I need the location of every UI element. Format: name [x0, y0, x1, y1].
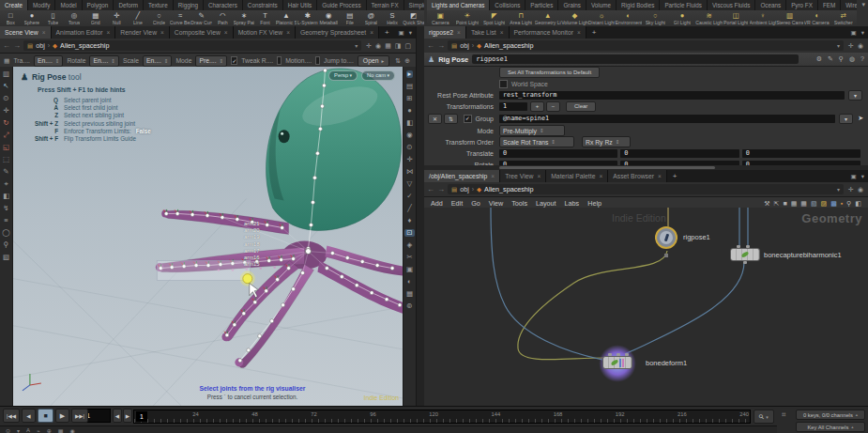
pathbar-icon[interactable]: ✛ [848, 186, 854, 193]
shelf-tool[interactable]: ⊓Area Light [508, 10, 535, 26]
display-option-icon[interactable]: ✂ [406, 254, 412, 261]
tool-icon[interactable]: ◧ [3, 193, 9, 200]
shelf-tool[interactable]: ✱L-System [297, 10, 318, 26]
clear-button[interactable]: Clear [566, 101, 596, 112]
multiparm-button[interactable]: ✕ [428, 114, 442, 124]
playbar-option-icon[interactable]: ⊙ [6, 427, 10, 433]
param-header-icon[interactable]: ⚙ [816, 55, 822, 63]
pane-tab[interactable]: Composite View [170, 26, 234, 39]
joint-label[interactable]: arm15 [244, 261, 259, 268]
playbar-option-icon[interactable]: ⌁ [37, 427, 40, 433]
mode-dropdown[interactable]: Pre.... [195, 55, 227, 67]
display-option-icon[interactable]: ◈ [407, 241, 413, 249]
network-toolbar-icon[interactable]: ▩ [830, 200, 837, 208]
pathbar-icon[interactable]: ✛ [366, 42, 372, 50]
close-icon[interactable] [537, 173, 541, 179]
pane-tab[interactable]: Asset Browser [608, 170, 667, 182]
shelf-tab[interactable]: Collisions [490, 0, 525, 10]
add-tab-button[interactable]: + [673, 172, 678, 180]
pathbar-icon[interactable]: ▦ [385, 42, 391, 50]
open-button[interactable]: Open [358, 55, 389, 67]
menu-item[interactable]: Tools [511, 199, 527, 208]
tool-icon[interactable]: ↖ [3, 83, 8, 90]
shelf-tool[interactable]: ▲Geometry Light [535, 10, 562, 26]
pane-tab[interactable]: Take List [466, 26, 510, 39]
shelf-tool[interactable]: ▤File [340, 10, 361, 26]
multiparm-button[interactable]: ⇅ [444, 114, 458, 124]
input-stub[interactable] [737, 245, 740, 248]
pathbar-icon[interactable]: ✛ [848, 42, 854, 50]
path-root[interactable]: obj [460, 185, 469, 193]
add-transform-button[interactable]: + [530, 101, 544, 112]
path-field[interactable]: ▤ obj › ◆ Alien_spaceship ▾ [23, 40, 361, 51]
shelf-tool[interactable]: ◖VR Camera [803, 10, 830, 26]
shelf-tool[interactable]: ▣Camera [427, 10, 454, 26]
menu-item[interactable]: Add [431, 199, 443, 208]
shelf-tool[interactable]: ▲Platonic Solids [276, 10, 297, 26]
display-option-icon[interactable]: ⊙ [406, 144, 412, 151]
shelf-tool[interactable]: ∗Spray Paint [234, 10, 255, 26]
display-option-icon[interactable]: ✛ [406, 156, 412, 163]
shelf-tool[interactable]: ▥Stereo Camera [776, 10, 803, 26]
shelf-tool[interactable]: ◩Quick Shapes [403, 10, 424, 26]
back-icon[interactable]: ← [3, 39, 10, 53]
pane-tab[interactable]: Scene View [0, 26, 52, 39]
pane-tab[interactable]: rigpose2 [424, 26, 466, 39]
shelf-tool[interactable]: ╱Line [128, 10, 149, 26]
tool-icon[interactable]: ▧ [3, 254, 9, 261]
shelf-tab[interactable]: Modify [28, 0, 56, 10]
node-label[interactable]: rigpose1 [683, 233, 710, 241]
close-icon[interactable] [42, 29, 46, 36]
network-editor[interactable]: Indie Edition Geometry rigpose1 bonecapt… [424, 208, 868, 406]
play-button[interactable]: ▶ [55, 409, 69, 423]
pane-tab[interactable]: Tree View [500, 170, 546, 182]
param-header-icon[interactable]: ◍ [849, 55, 855, 63]
shelf-tool[interactable]: ✎Draw Curve [190, 10, 212, 26]
pane-menu-icon[interactable]: ▣ [399, 29, 404, 37]
jump-checkbox[interactable] [315, 56, 320, 65]
tool-icon[interactable]: ⚲ [4, 241, 9, 249]
shelf-tool[interactable]: ✛Null [106, 10, 128, 26]
shelf-tab[interactable]: Texture [144, 0, 174, 10]
close-icon[interactable] [491, 173, 495, 179]
pane-tab[interactable]: /obj/Alien_spaceship [424, 170, 500, 182]
next-key-button[interactable]: ▶ [123, 409, 132, 423]
shelf-tab[interactable]: Volume [586, 0, 617, 10]
close-icon[interactable] [599, 173, 602, 179]
go-to-end-button[interactable]: ▶▶| [71, 409, 88, 423]
pane-tab[interactable]: Geometry Spreadsheet [296, 26, 379, 39]
network-toolbar-icon[interactable]: ⚲ [846, 200, 851, 208]
input-stub[interactable] [746, 245, 750, 248]
shelf-tab[interactable]: Pyro FX [786, 0, 818, 10]
tool-icon[interactable]: ✎ [3, 168, 8, 176]
shelf-tab[interactable]: Simple FX [404, 0, 424, 10]
shelf-tool[interactable]: ◎Torus [64, 10, 85, 26]
group-enable-checkbox[interactable] [464, 115, 472, 123]
shelf-tool[interactable]: ≋Caustic Light [695, 10, 723, 26]
shelf-tab[interactable]: Grains [558, 0, 586, 10]
mode-dropdown[interactable]: Pre-Multiply [499, 125, 565, 136]
shelf-tab[interactable]: Characters [204, 0, 243, 10]
close-icon[interactable] [106, 29, 110, 36]
menu-item[interactable]: View [489, 199, 503, 208]
shelf-tab[interactable]: Constraints [243, 0, 283, 10]
camera-badge[interactable]: No cam [361, 70, 395, 81]
motion-checkbox[interactable] [277, 56, 282, 65]
shelf-tool[interactable]: ▦Grid [84, 10, 106, 26]
node-bonecapturebiharmonic1[interactable] [730, 248, 760, 261]
set-default-button[interactable]: Set All Transformations to Default [499, 67, 600, 78]
stop-button[interactable]: ■ [38, 409, 53, 423]
path-node[interactable]: Alien_spaceship [60, 41, 109, 50]
pane-tab[interactable]: Performance Monitor [510, 26, 586, 39]
playhead[interactable]: 1 [136, 411, 147, 422]
playbar-option-icon[interactable]: ▦ [58, 427, 64, 433]
shelf-tab[interactable]: Rigid Bodies [617, 0, 660, 10]
scale-dropdown[interactable]: En.... [143, 55, 172, 67]
network-toolbar-icon[interactable]: ▧ [811, 200, 817, 208]
network-toolbar-icon[interactable]: ◧ [855, 200, 861, 208]
pane-tab[interactable]: Animation Editor [52, 26, 116, 39]
pathbar-icon[interactable]: ◨ [395, 42, 402, 50]
network-toolbar-icon[interactable]: ▦ [800, 200, 807, 208]
remove-transform-button[interactable]: − [546, 101, 560, 112]
tool-icon[interactable]: ◯ [2, 229, 9, 237]
